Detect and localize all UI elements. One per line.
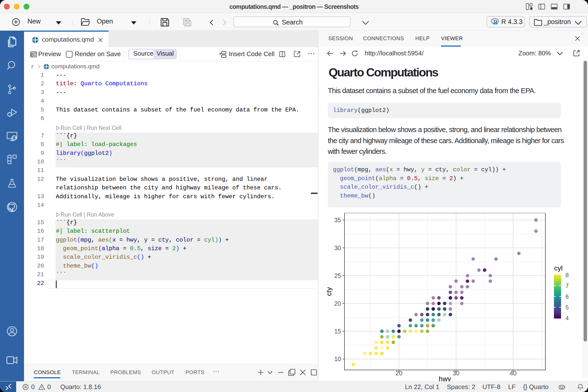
svg-text:8: 8	[566, 272, 569, 278]
svg-text:15: 15	[334, 328, 341, 335]
svg-text:25: 25	[334, 272, 341, 279]
svg-text:5: 5	[566, 304, 569, 311]
svg-text:cty: cty	[325, 287, 333, 296]
svg-text:4: 4	[566, 315, 569, 322]
svg-text:30: 30	[334, 244, 341, 251]
svg-text:R: R	[494, 19, 498, 25]
svg-text:40: 40	[510, 370, 517, 376]
svg-text:10: 10	[334, 356, 341, 362]
svg-text:6: 6	[566, 293, 569, 300]
svg-text:35: 35	[334, 216, 341, 224]
svg-text:30: 30	[453, 370, 460, 376]
svg-text:cyl: cyl	[554, 264, 562, 272]
svg-text:hwy: hwy	[439, 375, 451, 381]
svg-text:20: 20	[334, 300, 341, 307]
svg-text:7: 7	[566, 282, 569, 289]
svg-text:20: 20	[396, 370, 402, 376]
